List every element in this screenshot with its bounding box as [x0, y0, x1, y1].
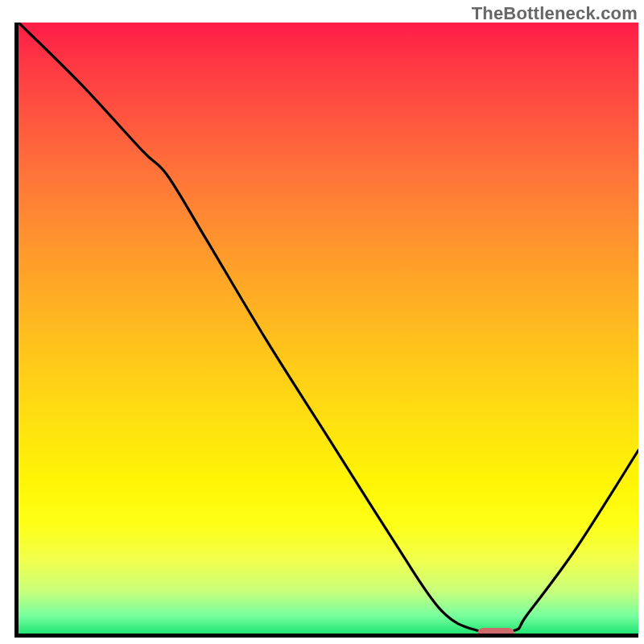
watermark-text: TheBottleneck.com — [472, 3, 638, 24]
plot-area — [14, 23, 638, 638]
optimal-range-marker — [477, 628, 514, 638]
chart-frame: TheBottleneck.com — [0, 0, 644, 644]
bottleneck-curve — [19, 23, 638, 634]
